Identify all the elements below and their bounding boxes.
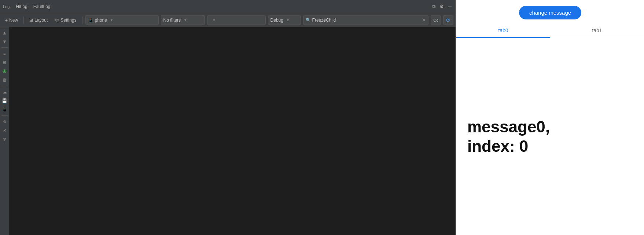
sync-icon: ⟳ — [446, 17, 450, 23]
filters-chevron-icon: ▼ — [184, 18, 187, 22]
minimize-button[interactable]: ─ — [447, 4, 453, 10]
new-label: New — [9, 18, 18, 23]
filters-label: No filters — [163, 18, 181, 23]
filter-lines-icon[interactable]: ≡ — [1, 49, 9, 58]
log-label: Log: — [3, 4, 11, 9]
sliders-icon[interactable]: ⚙ — [1, 118, 9, 126]
new-button[interactable]: + New — [2, 16, 21, 24]
device-dropdown[interactable]: 📱 phone ▼ — [85, 15, 159, 25]
hilog-menu[interactable]: HiLog — [14, 3, 29, 10]
left-panel: Log: HiLog FaultLog ⧉ ⚙ ─ + New ⊞ Layout… — [0, 0, 456, 235]
table-icon[interactable]: ⊟ — [1, 58, 9, 66]
content-area: ▲ ▼ ≡ ⊟ ⊕ 🗑 ☁ 💾 📱 ⚙ ✕ ? — [0, 27, 456, 235]
log-area — [10, 27, 456, 235]
search-icon: 🔍 — [306, 18, 311, 22]
message-content: message0,index: 0 — [456, 38, 644, 235]
side-toolbar: ▲ ▼ ≡ ⊟ ⊕ 🗑 ☁ 💾 📱 ⚙ ✕ ? — [0, 27, 10, 235]
filters-dropdown[interactable]: No filters ▼ — [161, 15, 205, 25]
layout-button[interactable]: ⊞ Layout — [27, 16, 50, 24]
debug-dropdown[interactable]: Debug ▼ — [268, 15, 301, 25]
side-sep-3 — [1, 115, 8, 116]
search-bar: 🔍 ✕ — [303, 15, 428, 25]
faultlog-menu[interactable]: FaultLog — [31, 3, 53, 10]
help-icon[interactable]: ? — [1, 135, 9, 143]
search-clear-icon[interactable]: ✕ — [422, 17, 426, 23]
layout-icon: ⊞ — [29, 18, 33, 23]
phone-device-icon: 📱 — [88, 18, 93, 23]
window-controls: ⧉ ⚙ ─ — [431, 4, 453, 10]
tab-tab0[interactable]: tab0 — [456, 24, 550, 38]
empty-chevron-icon: ▼ — [213, 18, 216, 22]
message-text: message0,index: 0 — [467, 117, 550, 156]
restore-button[interactable]: ⧉ — [431, 4, 437, 10]
add-circle-icon[interactable]: ⊕ — [1, 67, 9, 75]
settings-button[interactable]: ⚙ — [439, 4, 445, 10]
phone-tabs: tab0 tab1 — [456, 24, 644, 38]
save-icon[interactable]: 💾 — [1, 97, 9, 105]
toolbar-sep-1 — [23, 16, 24, 24]
toolbar: + New ⊞ Layout ⚙ Settings 📱 phone ▼ No f… — [0, 13, 456, 27]
phone-icon[interactable]: 📱 — [1, 106, 9, 114]
debug-label: Debug — [271, 18, 283, 23]
side-sep-1 — [1, 47, 8, 48]
cc-label: Cc — [433, 18, 438, 22]
empty-dropdown[interactable]: ▼ — [207, 15, 266, 25]
device-label: phone — [95, 18, 107, 23]
layout-label: Layout — [34, 18, 48, 23]
settings-toolbar-button[interactable]: ⚙ Settings — [52, 16, 79, 24]
cc-button[interactable]: Cc — [431, 15, 441, 25]
tab-tab1[interactable]: tab1 — [550, 24, 644, 38]
side-sep-2 — [1, 86, 8, 86]
scroll-up-icon[interactable]: ▲ — [1, 29, 9, 37]
close-x-icon[interactable]: ✕ — [1, 126, 9, 135]
device-chevron-icon: ▼ — [110, 18, 113, 22]
search-input[interactable] — [312, 18, 420, 23]
trash-icon[interactable]: 🗑 — [1, 76, 9, 84]
scroll-down-icon[interactable]: ▼ — [1, 37, 9, 45]
menu-bar: Log: HiLog FaultLog ⧉ ⚙ ─ — [0, 0, 456, 13]
change-message-button[interactable]: change message — [519, 6, 581, 19]
settings-label: Settings — [60, 18, 76, 23]
cloud-icon[interactable]: ☁ — [1, 88, 9, 96]
toolbar-sep-2 — [82, 16, 82, 24]
plus-icon: + — [5, 17, 8, 23]
debug-chevron-icon: ▼ — [286, 18, 290, 22]
gear-icon: ⚙ — [55, 18, 59, 23]
right-panel: change message tab0 tab1 message0,index:… — [456, 0, 644, 235]
sync-button[interactable]: ⟳ — [443, 15, 453, 25]
